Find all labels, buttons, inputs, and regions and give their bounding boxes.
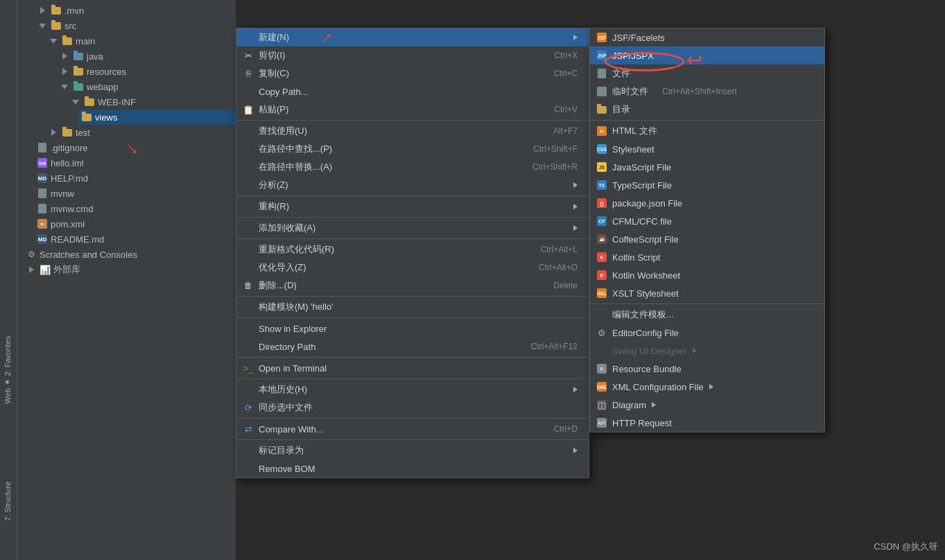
tree-item-extlib[interactable]: 📊 外部库 — [23, 262, 236, 277]
tree-item-webinf[interactable]: WEB-INF — [67, 94, 236, 110]
folder-icon-java — [73, 51, 84, 62]
tree-item-src[interactable]: src — [34, 18, 236, 33]
menu-label-removebom: Remove BOM — [259, 464, 578, 474]
submenu-label-js: JavaScript File — [612, 162, 671, 173]
tree-item-mvnw[interactable]: mvnw — [34, 186, 236, 201]
submenu-label-tempfile: 临时文件 — [612, 85, 648, 98]
vtab-web-label: Web — [3, 388, 12, 403]
submenu-item-diagram[interactable]: ◫ Diagram — [590, 396, 824, 414]
menu-item-terminal[interactable]: >_ Open in Terminal — [236, 359, 589, 377]
tree-item-test[interactable]: test — [45, 125, 236, 140]
editorconfig-icon: ⚙ — [596, 326, 608, 339]
tree-item-pomxml[interactable]: m pom.xml — [34, 216, 236, 231]
submenu-item-kotlin-script[interactable]: K Kotlin Script — [590, 248, 824, 266]
submenu-item-pkg[interactable]: {} package.json File — [590, 194, 824, 212]
submenu-item-edittemplate[interactable]: 编辑文件模板... — [590, 306, 824, 324]
menu-item-build[interactable]: 构建模块(M) 'hello' — [236, 298, 589, 316]
menu-item-dirpath[interactable]: Directory Path Ctrl+Alt+F12 — [236, 338, 589, 356]
refactor-icon — [242, 200, 254, 213]
menu-item-addfav[interactable]: 添加到收藏(A) — [236, 219, 589, 237]
submenu-arrow-new — [573, 35, 578, 40]
file-icon-mvnw — [37, 188, 48, 199]
submenu-label-http: HTTP Request — [612, 418, 672, 428]
submenu-item-coffee[interactable]: ☕ CoffeeScript File — [590, 230, 824, 248]
tree-item-scratches[interactable]: ⚙ Scratches and Consoles — [23, 247, 236, 262]
arrow-right-icon — [37, 5, 48, 16]
tree-item-helpmd[interactable]: MD HELP.md — [34, 170, 236, 186]
submenu-item-editorconfig[interactable]: ⚙ EditorConfig File — [590, 324, 824, 342]
submenu-label-cfml: CFML/CFC file — [612, 216, 672, 227]
tree-item-iml[interactable]: iml hello.iml — [34, 155, 236, 170]
vtab-web[interactable]: Web — [0, 385, 15, 407]
menu-item-new[interactable]: 新建(N) — [236, 28, 589, 46]
tree-item-resources[interactable]: resources — [56, 64, 236, 79]
submenu-item-js[interactable]: JS JavaScript File — [590, 158, 824, 176]
menu-item-localhistory[interactable]: 本地历史(H) — [236, 380, 589, 399]
jsf-icon: JSF — [596, 31, 608, 44]
submenu-item-jsf[interactable]: JSF JSF/Facelets — [590, 28, 824, 46]
separator-2 — [236, 195, 589, 196]
tree-item-mvnwcmd[interactable]: mvnw.cmd — [34, 201, 236, 216]
tree-item-mvn[interactable]: .mvn — [34, 3, 236, 18]
menu-item-paste[interactable]: 📋 粘贴(P) Ctrl+V — [236, 100, 589, 119]
menu-label-markdir: 标记目录为 — [259, 444, 568, 457]
shortcut-compare: Ctrl+D — [554, 424, 578, 434]
css-icon: CSS — [596, 143, 608, 155]
submenu-item-html[interactable]: H HTML 文件 — [590, 122, 824, 140]
menu-item-showinexplorer[interactable]: Show in Explorer — [236, 320, 589, 338]
menu-item-analyze[interactable]: 分析(Z) — [236, 176, 589, 194]
tree-item-readmemd[interactable]: MD README.md — [34, 231, 236, 247]
menu-item-refactor[interactable]: 重构(R) — [236, 198, 589, 216]
tree-item-main[interactable]: main — [45, 33, 236, 49]
menu-item-copypath[interactable]: Copy Path... — [236, 82, 589, 100]
submenu-item-swing: Swing UI Designer — [590, 342, 824, 360]
menu-item-sync[interactable]: ⟳ 同步选中文件 — [236, 399, 589, 417]
menu-label-replaceinpath: 在路径中替换...(A) — [259, 161, 519, 173]
submenu-item-http[interactable]: API HTTP Request — [590, 414, 824, 432]
menu-item-findusage[interactable]: 查找使用(U) Alt+F7 — [236, 122, 589, 140]
menu-item-removebom[interactable]: Remove BOM — [236, 460, 589, 478]
coffee-icon: ☕ — [596, 233, 608, 245]
submenu-item-ts[interactable]: TS TypeScript File — [590, 176, 824, 194]
shortcut-tempfile: Ctrl+Alt+Shift+Insert — [662, 87, 737, 96]
folder-icon-webinf — [84, 96, 95, 107]
folder-icon-mvn — [51, 5, 62, 16]
menu-label-sync: 同步选中文件 — [259, 401, 578, 414]
vtab-structure[interactable]: 7: Structure — [0, 478, 15, 525]
menu-item-replaceinpath[interactable]: 在路径中替换...(A) Ctrl+Shift+R — [236, 158, 589, 176]
submenu-item-resource[interactable]: R Resource Bundle — [590, 360, 824, 378]
tree-item-views[interactable]: views — [78, 110, 236, 125]
html-icon: H — [596, 125, 608, 137]
submenu-item-cfml[interactable]: CF CFML/CFC file — [590, 212, 824, 230]
scissors-icon: ✂ — [242, 49, 254, 62]
menu-item-compare[interactable]: ⇄ Compare With... Ctrl+D — [236, 420, 589, 438]
scratches-icon: ⚙ — [26, 249, 37, 260]
menu-item-copy[interactable]: ⎘ 复制(C) Ctrl+C — [236, 64, 589, 82]
menu-item-delete[interactable]: 🗑 删除...(D) Delete — [236, 277, 589, 295]
menu-item-optimizeimport[interactable]: 优化导入(Z) Ctrl+Alt+O — [236, 259, 589, 277]
menu-label-new: 新建(N) — [259, 31, 568, 44]
submenu-item-kotlin-worksheet[interactable]: K Kotlin Worksheet — [590, 266, 824, 284]
submenu-item-file[interactable]: 文件 — [590, 64, 824, 82]
reformat-icon — [242, 243, 254, 256]
submenu-item-xslt[interactable]: XSL XSLT Stylesheet — [590, 284, 824, 302]
menu-item-reformat[interactable]: 重新格式化代码(R) Ctrl+Alt+L — [236, 240, 589, 259]
menu-item-findinpath[interactable]: 在路径中查找...(P) Ctrl+Shift+F — [236, 140, 589, 158]
tree-label-scratches: Scratches and Consoles — [40, 250, 137, 260]
submenu-item-xmlconfig[interactable]: XML XML Configuration File — [590, 378, 824, 396]
submenu-arrow-swing — [693, 348, 697, 353]
menu-item-cut[interactable]: ✂ 剪切(I) Ctrl+X — [236, 46, 589, 64]
menu-item-markdir[interactable]: 标记目录为 — [236, 441, 589, 460]
submenu-item-tempfile[interactable]: 临时文件 Ctrl+Alt+Shift+Insert — [590, 82, 824, 100]
tree-item-java[interactable]: java — [56, 49, 236, 64]
watermark: CSDN @执久呀 — [874, 541, 938, 553]
tree-item-webapp[interactable]: webapp — [56, 79, 236, 94]
copy-icon: ⎘ — [242, 67, 254, 80]
shortcut-cut: Ctrl+X — [554, 51, 578, 60]
vtab-favorites[interactable]: ★ 2: Favorites — [0, 333, 15, 390]
submenu-item-dir[interactable]: 目录 — [590, 100, 824, 119]
submenu-item-jsp[interactable]: JSP JSP/JSPX — [590, 46, 824, 64]
submenu-item-css[interactable]: CSS Stylesheet — [590, 140, 824, 158]
tree-item-gitignore[interactable]: .gitignore — [34, 140, 236, 155]
tree-label-java: java — [87, 51, 103, 62]
